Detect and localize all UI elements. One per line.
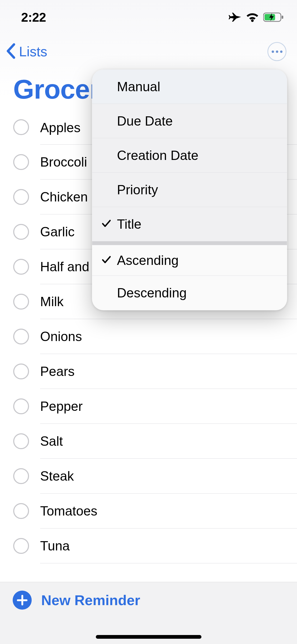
reminder-toggle[interactable]: [13, 119, 29, 135]
reminder-toggle[interactable]: [13, 189, 29, 205]
back-button[interactable]: Lists: [5, 42, 47, 61]
nav-bar: Lists: [0, 37, 297, 66]
menu-item-ascending[interactable]: Ascending: [92, 241, 287, 276]
check-icon: [101, 253, 112, 268]
reminder-toggle[interactable]: [13, 259, 29, 275]
menu-item-due-date[interactable]: Due Date: [92, 104, 287, 138]
reminder-toggle[interactable]: [13, 398, 29, 414]
reminder-title[interactable]: Tomatoes: [40, 494, 297, 528]
battery-charging-icon: [263, 12, 284, 22]
reminder-row[interactable]: Steak: [0, 459, 297, 494]
reminder-row[interactable]: Salt: [0, 424, 297, 459]
reminder-toggle[interactable]: [13, 468, 29, 484]
home-indicator[interactable]: [96, 635, 201, 639]
menu-item-label: Manual: [117, 79, 160, 94]
svg-rect-2: [282, 16, 283, 19]
status-icons: [228, 11, 284, 24]
reminder-toggle[interactable]: [13, 503, 29, 519]
reminder-toggle[interactable]: [13, 154, 29, 170]
reminder-title[interactable]: Salt: [40, 424, 297, 459]
ellipsis-icon: [272, 50, 282, 53]
reminder-title[interactable]: Onions: [40, 319, 297, 354]
menu-item-manual[interactable]: Manual: [92, 70, 287, 104]
reminder-title[interactable]: Steak: [40, 459, 297, 494]
menu-item-label: Due Date: [117, 113, 173, 129]
reminder-row[interactable]: Tuna: [0, 528, 297, 563]
reminder-toggle[interactable]: [13, 364, 29, 379]
reminder-row[interactable]: Onions: [0, 319, 297, 354]
menu-item-label: Creation Date: [117, 148, 199, 163]
menu-item-label: Priority: [117, 182, 158, 197]
check-icon: [101, 217, 112, 232]
wifi-icon: [246, 12, 259, 22]
status-bar: 2:22: [0, 0, 297, 34]
airplane-icon: [228, 11, 242, 24]
menu-item-label: Ascending: [117, 253, 179, 268]
new-reminder-button[interactable]: New Reminder: [13, 591, 140, 610]
menu-item-label: Descending: [117, 285, 187, 301]
reminder-toggle[interactable]: [13, 433, 29, 449]
menu-item-creation-date[interactable]: Creation Date: [92, 138, 287, 173]
chevron-left-icon: [5, 42, 18, 61]
reminder-title[interactable]: Pears: [40, 354, 297, 389]
more-options-button[interactable]: [267, 42, 286, 61]
plus-circle-icon: [13, 591, 32, 610]
sort-menu: ManualDue DateCreation DatePriorityTitle…: [92, 69, 287, 310]
menu-item-descending[interactable]: Descending: [92, 276, 287, 310]
reminder-row[interactable]: Pepper: [0, 389, 297, 424]
reminder-toggle[interactable]: [13, 329, 29, 344]
back-label: Lists: [19, 44, 47, 59]
reminder-row[interactable]: Pears: [0, 354, 297, 389]
status-time: 2:22: [21, 10, 46, 25]
reminder-title[interactable]: Pepper: [40, 389, 297, 424]
reminder-title[interactable]: Tuna: [40, 528, 297, 563]
reminder-toggle[interactable]: [13, 538, 29, 554]
menu-item-title[interactable]: Title: [92, 207, 287, 241]
menu-item-priority[interactable]: Priority: [92, 173, 287, 207]
menu-item-label: Title: [117, 217, 142, 232]
new-reminder-label: New Reminder: [41, 592, 140, 608]
reminder-toggle[interactable]: [13, 224, 29, 240]
reminder-toggle[interactable]: [13, 294, 29, 310]
toolbar: New Reminder: [0, 582, 297, 644]
reminder-row[interactable]: Tomatoes: [0, 494, 297, 528]
